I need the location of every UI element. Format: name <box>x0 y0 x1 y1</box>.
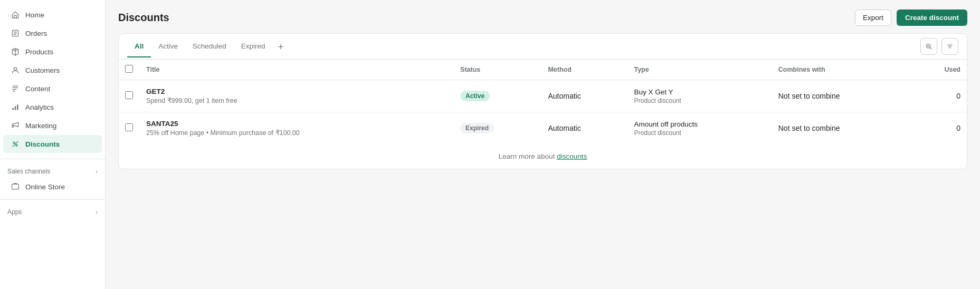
sidebar-item-analytics[interactable]: Analytics <box>3 98 102 116</box>
sidebar-item-home-label: Home <box>25 11 44 19</box>
table-row: SANTA25 25% off Home page • Minimum purc… <box>119 112 967 144</box>
sidebar-item-analytics-label: Analytics <box>25 103 54 111</box>
apps-section[interactable]: Apps › <box>0 203 105 218</box>
customers-icon <box>11 65 20 75</box>
select-all-checkbox[interactable] <box>125 65 133 73</box>
sidebar-item-customers[interactable]: Customers <box>3 61 102 79</box>
select-all-header <box>119 60 140 80</box>
row-combines-cell: Not set to combine <box>772 112 912 144</box>
method-value: Automatic <box>548 124 581 132</box>
sidebar-item-orders[interactable]: Orders <box>3 24 102 42</box>
used-value: 0 <box>956 92 960 100</box>
online-store-icon <box>11 182 20 191</box>
page-header: Discounts Export Create discount <box>106 0 980 33</box>
row-checkbox[interactable] <box>125 123 133 131</box>
svg-rect-4 <box>17 104 18 110</box>
row-title-cell: GET2 Spend ₹999.00, get 1 item free <box>140 80 454 112</box>
col-title: Title <box>140 60 454 80</box>
create-discount-button[interactable]: Create discount <box>897 9 967 26</box>
sidebar-item-home[interactable]: Home <box>3 6 102 24</box>
combines-with-value: Not set to combine <box>778 124 840 132</box>
sidebar-divider <box>0 159 105 159</box>
apps-label: Apps <box>7 208 22 216</box>
type-sub: Product discount <box>634 97 765 104</box>
type-main: Buy X Get Y <box>634 88 765 96</box>
sidebar-item-discounts[interactable]: Discounts <box>3 135 102 153</box>
content-icon <box>11 84 20 93</box>
sales-channels-chevron: › <box>96 168 98 175</box>
tab-expired[interactable]: Expired <box>234 36 273 57</box>
col-used: Used <box>912 60 967 80</box>
marketing-icon <box>11 121 20 130</box>
sidebar-item-products[interactable]: Products <box>3 43 102 61</box>
content-area: All Active Scheduled Expired + <box>106 33 980 289</box>
row-checkbox-cell <box>119 112 140 144</box>
table-toolbar <box>920 34 958 59</box>
export-button[interactable]: Export <box>855 9 891 26</box>
home-icon <box>11 10 20 20</box>
row-type-cell: Amount off products Product discount <box>627 112 772 144</box>
discounts-learn-more-link[interactable]: discounts <box>557 152 587 160</box>
discount-title[interactable]: GET2 <box>146 88 448 95</box>
row-checkbox[interactable] <box>125 91 133 99</box>
row-method-cell: Automatic <box>541 80 627 112</box>
sidebar-item-marketing[interactable]: Marketing <box>3 117 102 134</box>
sales-channels-label: Sales channels <box>7 168 50 175</box>
tab-all[interactable]: All <box>127 36 151 57</box>
used-value: 0 <box>956 124 960 132</box>
row-status-cell: Active <box>454 80 541 112</box>
status-badge: Active <box>460 91 490 101</box>
type-sub: Product discount <box>634 129 765 137</box>
sidebar-item-marketing-label: Marketing <box>25 122 56 130</box>
tab-add-button[interactable]: + <box>273 38 289 56</box>
sidebar-item-products-label: Products <box>25 48 53 56</box>
svg-point-5 <box>13 142 15 143</box>
row-combines-cell: Not set to combine <box>772 80 912 112</box>
svg-rect-7 <box>12 184 19 189</box>
svg-point-6 <box>16 144 17 146</box>
status-badge: Expired <box>460 123 494 133</box>
sidebar-item-online-store[interactable]: Online Store <box>3 178 102 196</box>
tab-active[interactable]: Active <box>151 36 185 57</box>
search-filter-button[interactable] <box>920 38 937 55</box>
discount-title[interactable]: SANTA25 <box>146 120 448 128</box>
row-used-cell: 0 <box>912 112 967 144</box>
sidebar-item-customers-label: Customers <box>25 66 60 74</box>
row-type-cell: Buy X Get Y Product discount <box>627 80 772 112</box>
col-status: Status <box>454 60 541 80</box>
sidebar-item-content[interactable]: Content <box>3 80 102 98</box>
tab-scheduled[interactable]: Scheduled <box>185 36 234 57</box>
svg-rect-3 <box>15 106 16 110</box>
discount-description: Spend ₹999.00, get 1 item free <box>146 97 448 104</box>
page-title: Discounts <box>118 12 169 24</box>
sidebar-item-online-store-label: Online Store <box>25 183 65 191</box>
sidebar-item-orders-label: Orders <box>25 30 47 37</box>
tabs-bar: All Active Scheduled Expired + <box>119 34 967 60</box>
sort-button[interactable] <box>941 38 958 55</box>
sidebar-item-discounts-label: Discounts <box>25 140 60 148</box>
footer-text: Learn more about <box>499 152 557 160</box>
analytics-icon <box>11 102 20 112</box>
discounts-table: Title Status Method Type Combines with U… <box>119 60 967 144</box>
row-used-cell: 0 <box>912 80 967 112</box>
table-row: GET2 Spend ₹999.00, get 1 item free Acti… <box>119 80 967 112</box>
table-footer: Learn more about discounts <box>119 144 967 169</box>
discounts-icon <box>11 139 20 149</box>
header-actions: Export Create discount <box>855 9 967 26</box>
col-type: Type <box>627 60 772 80</box>
row-method-cell: Automatic <box>541 112 627 144</box>
row-status-cell: Expired <box>454 112 541 144</box>
combines-with-value: Not set to combine <box>778 92 840 100</box>
svg-point-1 <box>14 68 17 71</box>
sales-channels-section[interactable]: Sales channels › <box>0 162 105 177</box>
type-main: Amount off products <box>634 120 765 128</box>
main-content: Discounts Export Create discount All Act… <box>106 0 980 289</box>
col-method: Method <box>541 60 627 80</box>
sidebar-item-content-label: Content <box>25 85 50 93</box>
col-combines-with: Combines with <box>772 60 912 80</box>
apps-chevron: › <box>96 209 98 215</box>
row-title-cell: SANTA25 25% off Home page • Minimum purc… <box>140 112 454 144</box>
sidebar-divider-2 <box>0 199 105 200</box>
products-icon <box>11 47 20 56</box>
method-value: Automatic <box>548 92 581 100</box>
